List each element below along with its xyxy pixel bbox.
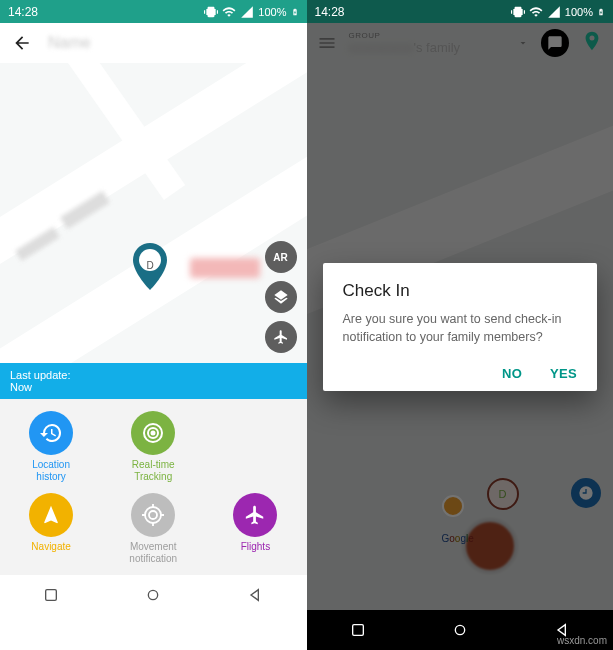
dialog-yes-button[interactable]: YES: [550, 366, 577, 381]
svg-point-9: [455, 625, 464, 634]
dialog-no-button[interactable]: NO: [502, 366, 522, 381]
action-label: Navigate: [31, 541, 70, 553]
last-update-value: Now: [10, 381, 297, 393]
plane-icon: [233, 493, 277, 537]
history-icon: [29, 411, 73, 455]
vibrate-icon: [204, 5, 218, 19]
last-update-strip: Last update: Now: [0, 363, 307, 399]
battery-charging-icon: [291, 5, 299, 19]
home-button[interactable]: [452, 622, 468, 638]
battery-percent: 100%: [258, 6, 286, 18]
svg-point-4: [145, 507, 161, 523]
action-label: Movement notification: [118, 541, 188, 565]
svg-point-3: [152, 432, 155, 435]
flights-mode-button[interactable]: [265, 321, 297, 353]
last-update-label: Last update:: [10, 369, 297, 381]
action-label: Real-time Tracking: [118, 459, 188, 483]
home-button[interactable]: [145, 587, 161, 603]
status-bar: 14:28 100%: [0, 0, 307, 23]
dialog-title: Check In: [343, 281, 578, 301]
phone-left: 14:28 100% Name D AR: [0, 0, 307, 650]
map-area[interactable]: D AR: [0, 63, 307, 363]
signal-icon: [240, 5, 254, 19]
layers-button[interactable]: [265, 281, 297, 313]
back-button[interactable]: [247, 587, 263, 603]
target-icon: [131, 493, 175, 537]
contact-name-blurred: Name: [48, 34, 91, 52]
recent-apps-button[interactable]: [43, 587, 59, 603]
action-label: Flights: [241, 541, 270, 553]
svg-point-7: [149, 590, 158, 599]
battery-charging-icon: [597, 5, 605, 19]
action-flights[interactable]: Flights: [204, 493, 306, 565]
phone-right: 14:28 100% GROUP xxxxxxxxxx's family: [307, 0, 614, 650]
dialog-body: Are you sure you want to send check-in n…: [343, 311, 578, 346]
action-navigate[interactable]: Navigate: [0, 493, 102, 565]
action-realtime-tracking[interactable]: Real-time Tracking: [102, 411, 204, 483]
android-navbar: [0, 575, 307, 615]
watermark: wsxdn.com: [557, 635, 607, 646]
location-marker[interactable]: D: [130, 243, 170, 297]
status-icons: 100%: [511, 5, 605, 19]
layers-icon: [273, 289, 289, 305]
dialog-actions: NO YES: [343, 366, 578, 381]
svg-rect-8: [352, 625, 363, 636]
battery-percent: 100%: [565, 6, 593, 18]
radar-icon: [131, 411, 175, 455]
svg-rect-6: [46, 590, 57, 601]
action-location-history[interactable]: Location history: [0, 411, 102, 483]
action-movement-notification[interactable]: Movement notification: [102, 493, 204, 565]
ar-label: AR: [273, 252, 287, 263]
map-fab-column: AR: [265, 241, 297, 353]
action-label: Location history: [16, 459, 86, 483]
app-bar: Name: [0, 23, 307, 63]
status-bar: 14:28 100%: [307, 0, 614, 23]
ar-button[interactable]: AR: [265, 241, 297, 273]
plane-icon: [273, 329, 289, 345]
vibrate-icon: [511, 5, 525, 19]
signal-icon: [547, 5, 561, 19]
map-area-dimmed: GROUP xxxxxxxxxx's family D Google Check…: [307, 23, 614, 610]
wifi-icon: [529, 5, 543, 19]
map-label-blurred: [190, 258, 260, 278]
check-in-dialog: Check In Are you sure you want to send c…: [323, 263, 598, 391]
navigate-icon: [29, 493, 73, 537]
recent-apps-button[interactable]: [350, 622, 366, 638]
wifi-icon: [222, 5, 236, 19]
back-icon[interactable]: [12, 33, 32, 53]
status-time: 14:28: [8, 5, 38, 19]
status-icons: 100%: [204, 5, 298, 19]
marker-letter: D: [146, 259, 153, 270]
svg-point-5: [149, 511, 157, 519]
status-time: 14:28: [315, 5, 345, 19]
action-grid: Location history Real-time Tracking Navi…: [0, 399, 307, 575]
